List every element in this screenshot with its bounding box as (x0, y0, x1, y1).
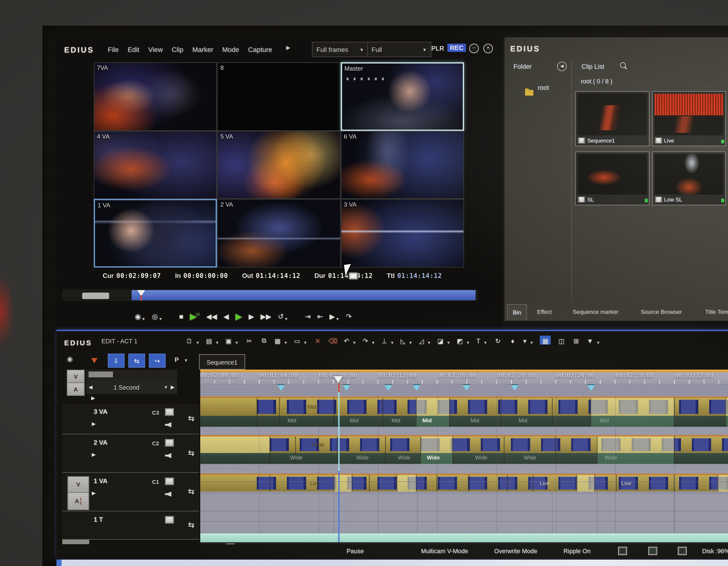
delete-icon[interactable]: ✕ (314, 336, 322, 345)
ripple-mode-toggle[interactable]: ↪ (149, 354, 166, 368)
redo-icon[interactable]: ↷▼ (363, 336, 375, 345)
ripple-delete-icon[interactable]: ⌫ (328, 336, 337, 345)
sequence-marker-icon[interactable] (511, 385, 519, 391)
camera-4va[interactable]: 4 VA (94, 131, 217, 199)
status-display-icon[interactable] (678, 547, 687, 555)
layout-icon[interactable]: ⊞ (572, 336, 580, 345)
transport-play-button[interactable]: ▶ (235, 311, 242, 322)
transport-play-preroll-15-button[interactable]: ▶15 (190, 311, 200, 322)
bin-tree-item-root[interactable]: root (538, 84, 549, 91)
menu-item-file[interactable]: File (108, 46, 119, 53)
bin-clip-lowsl[interactable]: Low SL (652, 151, 726, 205)
cut-icon[interactable]: ✂ (245, 336, 253, 345)
sequence-marker-icon[interactable] (463, 385, 470, 391)
sequence-tab[interactable]: Sequence1 (199, 354, 245, 370)
track-header-3VA[interactable]: 3 VAC3▶⇆ (62, 404, 199, 434)
timeline-playhead-icon[interactable] (334, 376, 343, 383)
menu-item-mode[interactable]: Mode (222, 46, 239, 53)
expand-icon[interactable]: ▶ (92, 421, 96, 427)
camera-5va[interactable]: 5 VA (217, 131, 341, 199)
bin-clip-seq[interactable]: Sequence1 (575, 91, 649, 146)
position-bar-thumb[interactable] (82, 293, 109, 299)
transport-jog-button[interactable]: ◉▼ (135, 312, 145, 321)
menu-item-clip[interactable]: Clip (172, 46, 183, 53)
expand-icon[interactable]: ▶ (92, 490, 96, 496)
zoom-preset-control[interactable]: ◀ 1 Second ▼ ▶ (86, 380, 177, 394)
minimize-button[interactable]: – (469, 44, 479, 53)
open-project-icon[interactable]: ▤▼ (206, 336, 219, 345)
transport-export-button[interactable]: ↷ (346, 312, 352, 321)
bin-tab-bin[interactable]: Bin (507, 304, 527, 320)
expand-icon[interactable]: ▶ (91, 395, 95, 401)
transport-rewind-button[interactable]: ◀◀ (206, 312, 217, 321)
timeline-ruler[interactable]: 00:02:00:0000:02:04:0000:02:08:0000:02:1… (200, 370, 728, 384)
track-swap-icon[interactable]: ⇆ (188, 414, 195, 423)
split-view-icon[interactable]: ◫ (557, 336, 566, 345)
title-icon[interactable]: T▼ (476, 336, 487, 345)
bin-clip-live[interactable]: Live (652, 91, 726, 146)
rec-indicator[interactable]: REC (447, 44, 466, 52)
camera-master[interactable]: Master (341, 62, 464, 131)
add-cut-point-icon[interactable]: ⊥▼ (381, 336, 394, 345)
marker-icon[interactable] (91, 358, 98, 363)
camera-3va[interactable]: 3 VA (341, 199, 464, 268)
bin-tab-source-browser[interactable]: Source Browser (636, 304, 687, 320)
audio-patch-button[interactable]: A (67, 382, 85, 396)
sequence-marker-icon[interactable] (727, 385, 728, 391)
video-source-button[interactable]: V (67, 476, 89, 493)
time-effect-icon[interactable]: ↻ (494, 336, 502, 345)
track-3VA-audio-row[interactable]: MidMidMidMidMidMidMidMidMid (200, 416, 728, 427)
transport-play-in-to-out-button[interactable]: ▶▼ (329, 312, 339, 321)
sequence-marker-icon[interactable] (343, 385, 350, 391)
sequence-marker-icon[interactable] (587, 385, 595, 391)
search-icon[interactable] (620, 62, 626, 68)
collapse-folder-icon[interactable]: ◀ (557, 62, 567, 71)
quality-dropdown[interactable]: Full▼ (367, 42, 431, 57)
speaker-icon[interactable]: ◉ (67, 355, 76, 364)
bin-tab-title-template-library[interactable]: Title Template Library (700, 304, 728, 320)
voiceover-icon[interactable]: ♦ (508, 336, 517, 345)
save-project-icon[interactable]: ▣▼ (226, 336, 239, 345)
camera-2va[interactable]: 2 VA (217, 199, 341, 268)
track-swap-icon[interactable]: ⇆ (188, 520, 195, 529)
insert-overwrite-toggle[interactable]: ⇩ (108, 354, 125, 368)
copy-icon[interactable]: ⧉ (260, 336, 268, 345)
set-audio-fade-icon[interactable]: ◩▼ (457, 336, 470, 345)
transport-previous-frame-button[interactable]: ◀ (223, 312, 229, 321)
menu-item-marker[interactable]: Marker (192, 46, 213, 53)
track-2VA-audio-row[interactable]: WideWideWideWideWideWideWideWideWide (200, 453, 728, 464)
menu-item-view[interactable]: View (148, 46, 163, 53)
track-header-1T[interactable]: 1 T⇆ (62, 512, 199, 540)
export-icon[interactable]: ▼▼ (587, 336, 600, 345)
sync-mode-toggle[interactable]: ⇆ (128, 354, 145, 368)
camera-8[interactable]: 8 (217, 62, 341, 131)
add-clip-marker-icon[interactable]: ▾▼ (523, 336, 533, 345)
multicam-mode-icon[interactable]: ▦ (540, 336, 551, 345)
track-2VA-video-row[interactable]: WideWide (200, 435, 728, 453)
expand-icon[interactable]: ▶ (92, 452, 96, 458)
camera-1va[interactable]: 1 VA (94, 199, 217, 268)
close-button[interactable]: × (483, 44, 493, 53)
in-out-range-bar[interactable] (132, 290, 476, 300)
set-transition-icon[interactable]: ◪▼ (437, 336, 450, 345)
track-3VA-video-row[interactable]: MidMid (200, 397, 728, 416)
sequence-marker-icon[interactable] (413, 385, 420, 391)
track-monitor-icon[interactable] (165, 516, 174, 524)
video-patch-button[interactable]: V (67, 370, 85, 383)
trim-end-icon[interactable]: ◿▼ (419, 336, 431, 345)
bin-tab-effect[interactable]: Effect (532, 304, 557, 320)
track-swap-icon[interactable]: ⇆ (188, 487, 195, 496)
track-swap-icon[interactable]: ⇆ (188, 449, 195, 458)
track-patch-label[interactable]: P ▼ (175, 356, 188, 363)
new-sequence-icon[interactable]: 🗋▼ (186, 336, 199, 345)
undo-icon[interactable]: ↶▼ (344, 336, 356, 345)
paste-icon[interactable]: ▦▼ (275, 336, 288, 345)
transport-shuttle-button[interactable]: ◎▼ (152, 312, 162, 321)
sequence-marker-icon[interactable] (384, 385, 392, 391)
transport-stop-button[interactable]: ■ (179, 313, 183, 320)
track-speaker-icon[interactable] (165, 422, 171, 427)
bin-tab-sequence-marker[interactable]: Sequence marker (568, 304, 624, 320)
framerate-dropdown[interactable]: Full frames▼ (312, 42, 368, 57)
track-speaker-icon[interactable] (165, 492, 171, 497)
windows-taskbar[interactable] (56, 560, 728, 566)
